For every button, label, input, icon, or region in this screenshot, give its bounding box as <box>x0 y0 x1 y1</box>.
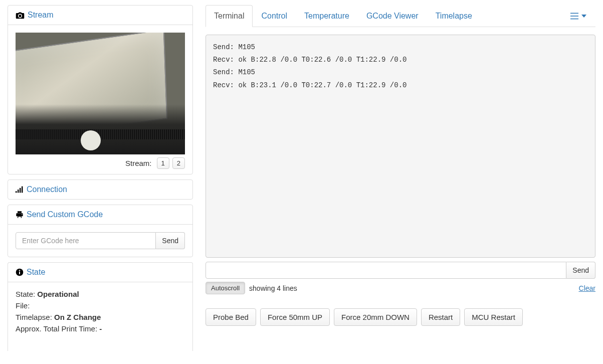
panel-gcode-heading[interactable]: Send Custom GCode <box>8 205 192 225</box>
panel-connection-heading[interactable]: Connection <box>8 180 192 199</box>
tab-terminal[interactable]: Terminal <box>206 5 253 27</box>
camera-icon <box>16 12 25 19</box>
state-body: State: OperationalFile: Timelapse: On Z … <box>8 282 192 351</box>
stream-selector: Stream: 1 2 <box>8 154 192 174</box>
printer-icon <box>16 211 24 219</box>
state-line-label: File: <box>16 301 30 310</box>
gcode-send-button[interactable]: Send <box>156 232 185 249</box>
action-mcu-restart[interactable]: MCU Restart <box>464 308 523 326</box>
info-icon <box>16 268 24 276</box>
tab-terminal-content: Send: M105 Recv: ok B:22.8 /0.0 T0:22.6 … <box>206 27 595 326</box>
action-force-50mm-up[interactable]: Force 50mm UP <box>260 308 330 326</box>
action-restart[interactable]: Restart <box>421 308 460 326</box>
connection-title[interactable]: Connection <box>27 185 67 194</box>
state-line-value: On Z Change <box>54 313 101 321</box>
tab-gcodeviewer[interactable]: GCode Viewer <box>358 5 427 27</box>
panel-state-heading[interactable]: State <box>8 263 192 282</box>
terminal-showing-text: showing 4 lines <box>249 284 297 292</box>
action-probe-bed[interactable]: Probe Bed <box>206 308 256 326</box>
stream-selector-label: Stream: <box>125 159 152 167</box>
state-line: State: Operational <box>16 290 185 298</box>
terminal-action-buttons: Probe BedForce 50mm UPForce 20mm DOWNRes… <box>206 308 595 326</box>
stream-button-2[interactable]: 2 <box>172 157 185 169</box>
state-line: File: <box>16 301 185 310</box>
action-force-20mm-down[interactable]: Force 20mm DOWN <box>334 308 417 326</box>
state-line: Timelapse: On Z Change <box>16 313 185 321</box>
stream-button-1[interactable]: 1 <box>157 157 169 169</box>
terminal-clear-link[interactable]: Clear <box>579 284 595 292</box>
terminal-output[interactable]: Send: M105 Recv: ok B:22.8 /0.0 T0:22.6 … <box>206 35 595 258</box>
state-line-label: State: <box>16 290 37 298</box>
svg-rect-5 <box>19 272 20 274</box>
autoscroll-toggle[interactable]: Autoscroll <box>206 282 245 294</box>
gcode-input[interactable] <box>16 232 156 249</box>
svg-point-6 <box>19 270 20 271</box>
main-tabs: TerminalControlTemperatureGCode ViewerTi… <box>206 5 595 27</box>
state-line: Approx. Total Print Time: - <box>16 324 185 333</box>
tab-timelapse[interactable]: Timelapse <box>427 5 481 27</box>
terminal-command-input[interactable] <box>206 262 566 279</box>
signal-icon <box>16 186 24 193</box>
panel-gcode: Send Custom GCode Send <box>8 205 193 257</box>
panel-stream: Stream Stream: 1 2 <box>8 5 193 174</box>
stream-body <box>8 25 192 154</box>
panel-stream-heading[interactable]: Stream <box>8 6 192 25</box>
state-title[interactable]: State <box>27 268 45 277</box>
panel-state: State State: OperationalFile: Timelapse:… <box>8 262 193 351</box>
svg-rect-3 <box>22 187 23 193</box>
svg-rect-0 <box>16 191 17 193</box>
svg-rect-1 <box>18 190 19 193</box>
state-line-value: - <box>99 324 102 333</box>
tab-control[interactable]: Control <box>253 5 296 27</box>
list-icon <box>569 12 579 20</box>
tab-menu-dropdown[interactable] <box>565 7 590 25</box>
webcam-image <box>16 33 185 154</box>
gcode-title[interactable]: Send Custom GCode <box>27 210 103 219</box>
state-line-label: Timelapse: <box>16 313 54 321</box>
caret-down-icon <box>581 15 586 18</box>
gcode-body: Send <box>8 225 192 257</box>
svg-rect-2 <box>20 188 21 193</box>
terminal-send-button[interactable]: Send <box>566 262 595 279</box>
stream-title[interactable]: Stream <box>28 11 54 20</box>
state-line-value: Operational <box>37 290 79 298</box>
panel-connection: Connection <box>8 179 193 200</box>
state-line-label: Approx. Total Print Time: <box>16 324 99 333</box>
tab-temperature[interactable]: Temperature <box>296 5 358 27</box>
